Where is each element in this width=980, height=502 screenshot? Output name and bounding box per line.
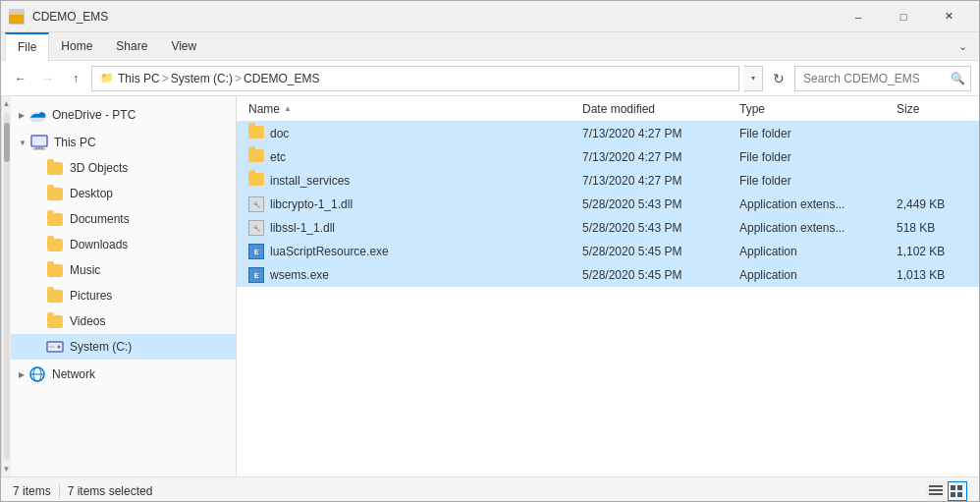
sidebar-label-documents: Documents (70, 212, 130, 226)
sidebar-item-documents[interactable]: Documents (11, 206, 236, 232)
help-icon[interactable]: ⌄ (958, 40, 967, 53)
sidebar: ▲ ▼ ▶ OneDrive - PTC ▼ (1, 96, 237, 476)
sidebar-item-this-pc[interactable]: ▼ This PC (11, 128, 236, 155)
tab-home[interactable]: Home (49, 32, 104, 60)
view-toggle (926, 481, 967, 501)
folder-desktop-icon (46, 185, 64, 202)
forward-button[interactable]: → (36, 67, 60, 90)
sidebar-item-onedrive[interactable]: ▶ OneDrive - PTC (11, 100, 236, 128)
table-row[interactable]: 🔧 libssl-1_1.dll 5/28/2020 5:43 PM Appli… (237, 216, 979, 240)
svg-rect-19 (957, 492, 962, 497)
svg-rect-13 (929, 485, 943, 487)
address-path[interactable]: 📁 This PC > System (C:) > CDEMO_EMS (91, 66, 739, 91)
path-system-c[interactable]: System (C:) (171, 72, 233, 85)
svg-rect-17 (957, 485, 962, 490)
drive-system-icon (46, 338, 64, 356)
svg-rect-18 (951, 492, 955, 497)
dll-libcrypto-icon: 🔧 (248, 196, 264, 213)
sidebar-item-videos[interactable]: Videos (11, 308, 236, 334)
content-area: Name ▲ Date modified Type Size doc 7/13/… (237, 96, 979, 476)
item-count: 7 items (13, 484, 51, 498)
col-header-name[interactable]: Name ▲ (245, 102, 578, 116)
maximize-button[interactable]: □ (881, 1, 926, 32)
scroll-thumb[interactable] (4, 123, 10, 162)
address-dropdown[interactable]: ▾ (743, 66, 763, 91)
close-button[interactable]: ✕ (926, 1, 971, 32)
up-button[interactable]: ↑ (64, 67, 87, 90)
file-name-libssl: 🔧 libssl-1_1.dll (245, 220, 578, 237)
sidebar-item-pictures[interactable]: Pictures (11, 283, 236, 308)
svg-rect-1 (9, 15, 24, 24)
folder-small-icon: 📁 (100, 72, 114, 84)
scroll-up-button[interactable]: ▲ (3, 96, 11, 111)
sidebar-item-system-c[interactable]: System (C:) (11, 334, 236, 360)
sidebar-content: ▶ OneDrive - PTC ▼ (11, 96, 236, 476)
sidebar-item-network[interactable]: ▶ Network (11, 360, 236, 387)
svg-rect-2 (9, 13, 15, 15)
scroll-down-button[interactable]: ▼ (3, 462, 11, 476)
back-button[interactable]: ← (9, 67, 32, 90)
table-row[interactable]: doc 7/13/2020 4:27 PM File folder (237, 122, 979, 145)
file-name-etc: etc (245, 149, 578, 165)
path-sep-2: > (235, 72, 242, 85)
window-controls: – □ ✕ (836, 1, 971, 32)
window-title: CDEMO_EMS (32, 10, 836, 24)
network-icon (28, 365, 46, 383)
network-label: Network (52, 367, 95, 381)
col-header-size[interactable]: Size (893, 102, 971, 116)
ribbon-tabs: File Home Share View ⌄ (1, 32, 979, 60)
sidebar-item-downloads[interactable]: Downloads (11, 232, 236, 257)
table-row[interactable]: install_services 7/13/2020 4:27 PM File … (237, 169, 979, 193)
expand-arrow-network: ▶ (19, 370, 25, 379)
svg-rect-15 (929, 493, 943, 495)
tab-view[interactable]: View (159, 32, 208, 60)
minimize-button[interactable]: – (836, 1, 881, 32)
column-headers: Name ▲ Date modified Type Size (237, 96, 979, 122)
sidebar-label-3d-objects: 3D Objects (70, 161, 128, 175)
search-icon: 🔍 (951, 72, 965, 85)
tab-share[interactable]: Share (104, 32, 159, 60)
col-header-date[interactable]: Date modified (578, 102, 735, 116)
scroll-track (4, 113, 10, 460)
this-pc-icon (30, 134, 48, 151)
svg-rect-16 (951, 485, 955, 490)
sort-arrow-name: ▲ (284, 104, 292, 113)
svg-rect-5 (35, 146, 43, 148)
sidebar-label-pictures: Pictures (70, 289, 112, 303)
file-name-lua: E luaScriptResource.exe (245, 244, 578, 260)
folder-install-icon (248, 173, 264, 189)
search-input[interactable] (803, 72, 951, 85)
sidebar-item-music[interactable]: Music (11, 257, 236, 283)
expand-arrow-onedrive: ▶ (19, 111, 25, 120)
svg-rect-9 (48, 346, 55, 348)
main-layout: ▲ ▼ ▶ OneDrive - PTC ▼ (1, 96, 979, 476)
this-pc-label: This PC (54, 136, 96, 149)
selected-count: 7 items selected (68, 484, 153, 498)
search-box[interactable]: 🔍 (794, 66, 971, 91)
sidebar-label-music: Music (70, 263, 100, 277)
table-row[interactable]: E wsems.exe 5/28/2020 5:45 PM Applicatio… (237, 263, 979, 287)
exe-wsems-icon: E (248, 267, 264, 284)
file-name-libcrypto: 🔧 libcrypto-1_1.dll (245, 196, 578, 213)
view-details-button[interactable] (926, 481, 946, 501)
path-sep-1: > (162, 72, 169, 85)
col-header-type[interactable]: Type (735, 102, 893, 116)
address-bar: ← → ↑ 📁 This PC > System (C:) > CDEMO_EM… (1, 61, 979, 96)
folder-documents-icon (46, 210, 64, 228)
file-name-install-services: install_services (245, 173, 578, 189)
tab-file[interactable]: File (5, 32, 49, 61)
sidebar-item-desktop[interactable]: Desktop (11, 181, 236, 206)
file-name-doc: doc (245, 126, 578, 141)
table-row[interactable]: etc 7/13/2020 4:27 PM File folder (237, 145, 979, 169)
dll-libssl-icon: 🔧 (248, 220, 264, 237)
path-this-pc[interactable]: This PC (118, 72, 160, 85)
title-bar: CDEMO_EMS – □ ✕ (1, 1, 979, 32)
file-name-wsems: E wsems.exe (245, 267, 578, 284)
path-cdemo-ems[interactable]: CDEMO_EMS (244, 72, 319, 85)
folder-3d-icon (46, 159, 64, 177)
refresh-button[interactable]: ↻ (767, 67, 790, 90)
view-large-icons-button[interactable] (948, 481, 967, 501)
sidebar-item-3d-objects[interactable]: 3D Objects (11, 155, 236, 181)
table-row[interactable]: 🔧 libcrypto-1_1.dll 5/28/2020 5:43 PM Ap… (237, 193, 979, 216)
table-row[interactable]: E luaScriptResource.exe 5/28/2020 5:45 P… (237, 240, 979, 263)
